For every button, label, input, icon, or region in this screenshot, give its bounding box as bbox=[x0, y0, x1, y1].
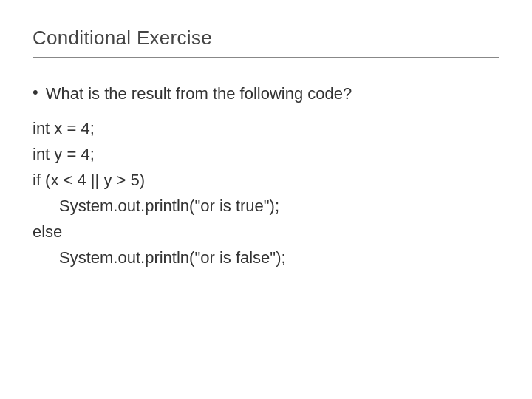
question-text: What is the result from the following co… bbox=[46, 82, 352, 106]
code-line-5: else bbox=[33, 219, 499, 244]
bullet-icon: • bbox=[33, 83, 38, 102]
code-line-1: int x = 4; bbox=[33, 116, 499, 140]
code-line-6: System.out.println("or is false"); bbox=[33, 245, 499, 270]
code-line-3: if (x < 4 || y > 5) bbox=[33, 168, 499, 192]
code-line-2: int y = 4; bbox=[33, 142, 499, 166]
content-section: • What is the result from the following … bbox=[33, 82, 499, 270]
title-section: Conditional Exercise bbox=[33, 27, 499, 58]
code-line-4: System.out.println("or is true"); bbox=[33, 194, 499, 218]
slide-container: Conditional Exercise • What is the resul… bbox=[0, 0, 532, 399]
code-block: int x = 4; int y = 4; if (x < 4 || y > 5… bbox=[33, 116, 499, 270]
slide-title: Conditional Exercise bbox=[33, 27, 212, 49]
question-line: • What is the result from the following … bbox=[33, 82, 499, 106]
